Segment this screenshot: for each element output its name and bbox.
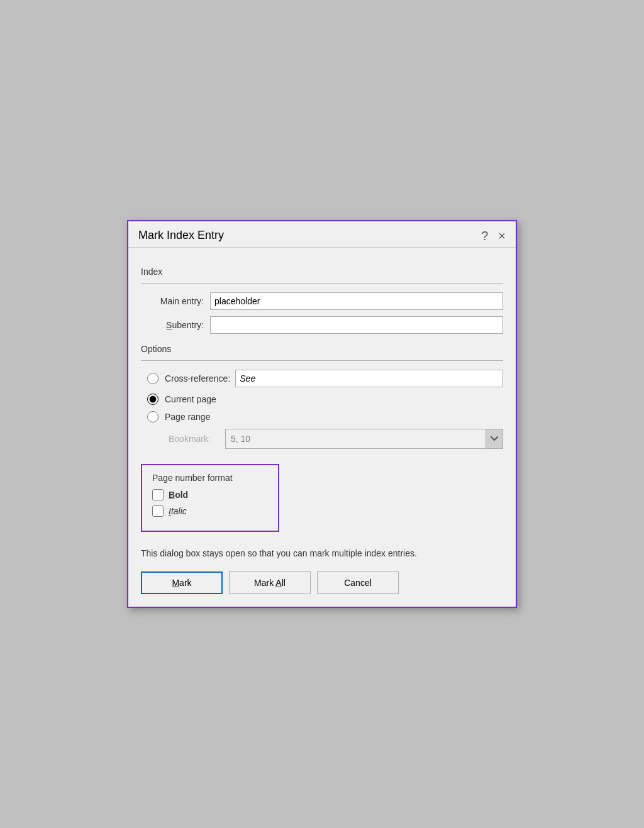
options-section: Options Cross-reference: Current page <box>141 344 503 449</box>
cross-reference-radio[interactable] <box>147 373 158 384</box>
main-entry-input[interactable] <box>210 292 503 310</box>
page-number-format-section: Page number format Bold Italic <box>141 464 279 532</box>
title-bar: Mark Index Entry ? × <box>128 221 516 248</box>
mark-all-button[interactable]: Mark All <box>229 571 311 594</box>
bookmark-select[interactable]: 5, 10 <box>225 429 503 449</box>
cancel-button[interactable]: Cancel <box>317 571 399 594</box>
main-entry-label: Main entry: <box>141 296 210 306</box>
italic-checkbox[interactable] <box>152 505 164 517</box>
page-range-row: Page range <box>141 411 503 422</box>
mark-button[interactable]: Mark <box>141 571 223 594</box>
bookmark-row: Bookmark: 5, 10 <box>141 429 503 449</box>
bold-row: Bold <box>152 489 268 500</box>
mark-index-entry-dialog: Mark Index Entry ? × Index Main entry: S… <box>127 220 517 608</box>
main-entry-row: Main entry: <box>141 292 503 310</box>
options-section-divider <box>141 360 503 361</box>
index-section: Index Main entry: Subentry: <box>141 267 503 334</box>
bookmark-select-wrapper: 5, 10 <box>225 429 503 449</box>
bold-checkbox[interactable] <box>152 489 164 500</box>
page-range-radio[interactable] <box>147 411 158 422</box>
index-section-divider <box>141 283 503 284</box>
subentry-underline: S <box>166 320 172 330</box>
page-range-label: Page range <box>165 412 210 422</box>
current-page-row: Current page <box>141 394 503 405</box>
dialog-body: Index Main entry: Subentry: Options <box>128 248 516 607</box>
bookmark-label: Bookmark: <box>169 434 219 444</box>
subentry-row: Subentry: <box>141 316 503 334</box>
cross-reference-label: Cross-reference: <box>165 373 230 384</box>
info-text: This dialog box stays open so that you c… <box>141 547 503 560</box>
subentry-label: Subentry: <box>141 320 210 330</box>
italic-label: Italic <box>169 506 187 516</box>
dialog-title: Mark Index Entry <box>138 229 224 242</box>
subentry-input[interactable] <box>210 316 503 334</box>
italic-row: Italic <box>152 505 268 517</box>
page-number-format-label: Page number format <box>152 473 268 483</box>
help-button[interactable]: ? <box>481 229 488 242</box>
current-page-label: Current page <box>165 394 216 404</box>
button-row: Mark Mark All Cancel <box>141 571 503 594</box>
index-section-label: Index <box>141 267 503 277</box>
bold-label: Bold <box>169 490 188 500</box>
cross-reference-row: Cross-reference: <box>141 370 503 387</box>
cross-reference-input[interactable] <box>235 370 503 387</box>
current-page-radio[interactable] <box>147 394 158 405</box>
title-bar-right: ? × <box>481 229 506 242</box>
close-button[interactable]: × <box>498 229 506 242</box>
options-section-label: Options <box>141 344 503 354</box>
title-bar-left: Mark Index Entry <box>138 229 224 242</box>
